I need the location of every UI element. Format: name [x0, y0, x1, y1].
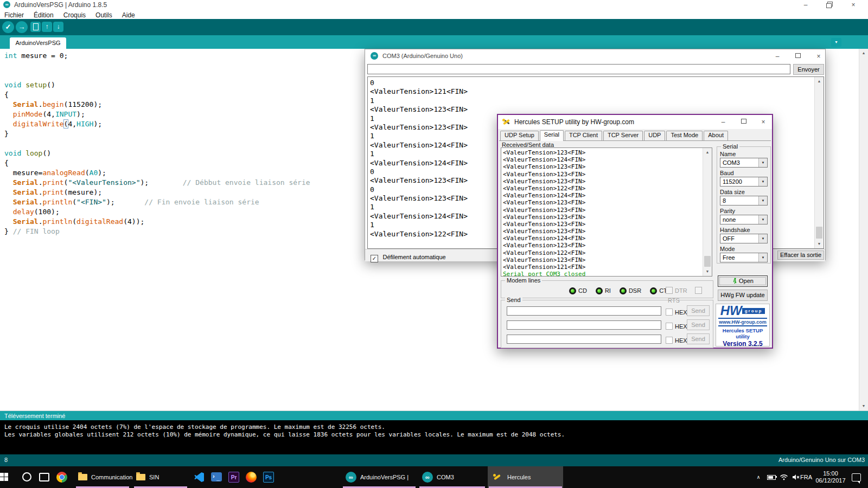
hercules-tab-udp[interactable]: UDP [644, 131, 665, 140]
hex-checkbox[interactable] [666, 309, 673, 316]
wifi-icon[interactable] [778, 466, 790, 488]
scroll-up-icon[interactable]: ▲ [859, 49, 868, 57]
received-line: <ValeurTension>124<FIN> [503, 235, 710, 242]
hc-minimize-button[interactable]: – [715, 117, 731, 127]
serial-field: HandshakeOFF▼ [720, 227, 768, 243]
mode-select[interactable]: Free▼ [720, 253, 768, 262]
name-select[interactable]: COM3▼ [720, 158, 768, 168]
console-line: Le croquis utilise 2404 octets (7%) de l… [4, 423, 385, 431]
baud-select[interactable]: 115200▼ [720, 177, 768, 187]
menu-fichier[interactable]: Fichier [0, 11, 29, 19]
chrome-button[interactable] [53, 466, 71, 488]
action-center-icon [852, 473, 861, 481]
sketch-tab[interactable]: ArduinoVersPSG [10, 37, 66, 49]
send-button[interactable]: Send [687, 319, 710, 330]
chevron-down-icon[interactable]: ▼ [758, 215, 767, 224]
premiere-button[interactable]: Pr [225, 466, 242, 488]
tab-list-dropdown-button[interactable]: ▼ [831, 38, 841, 47]
task-view-button[interactable] [35, 466, 53, 488]
open-button[interactable]: Open [718, 275, 768, 287]
taskbar-window-arduino-sketch[interactable]: ∞ ArduinoVersPSG | A... [342, 466, 417, 488]
send-input[interactable] [507, 335, 661, 344]
field-value: OFF [723, 235, 735, 242]
ide-titlebar: ∞ ArduinoVersPSG | Arduino 1.8.5 – × [0, 0, 868, 10]
send-button[interactable]: Send [687, 333, 710, 344]
chevron-down-icon[interactable]: ▼ [758, 196, 767, 205]
clock[interactable]: 15:00 06/12/2017 [814, 466, 847, 488]
new-sketch-button[interactable] [30, 22, 41, 32]
editor-scrollbar[interactable]: ▲ ▼ [859, 49, 868, 410]
folder-window-sin[interactable]: SIN [133, 466, 188, 488]
send-button[interactable]: Send [687, 305, 710, 316]
save-sketch-button[interactable]: ↓ [53, 22, 63, 32]
received-scrollbar[interactable]: ▲ ▼ [703, 148, 712, 276]
menu-outils[interactable]: Outils [91, 11, 117, 19]
tray-chevron-icon[interactable]: ∧ [752, 466, 765, 488]
photoshop-button[interactable]: Ps [260, 466, 277, 488]
hc-close-button[interactable]: × [755, 117, 771, 127]
serial-output-line: <ValeurTension>123<FIN> [370, 105, 821, 114]
sm-minimize-button[interactable]: – [769, 52, 786, 61]
start-button[interactable] [0, 466, 18, 488]
scroll-up-icon[interactable]: ▲ [815, 77, 824, 86]
hercules-tab-tcp-server[interactable]: TCP Server [603, 131, 643, 140]
led-icon [596, 287, 603, 294]
ide-restore-button[interactable] [822, 0, 838, 10]
upload-button[interactable]: → [16, 21, 28, 33]
serial-output-scrollbar[interactable]: ▲ ▼ [814, 77, 824, 248]
powershell-button[interactable]: ›_ [208, 466, 225, 488]
sm-maximize-button[interactable] [790, 52, 806, 61]
envoyer-button[interactable]: Envoyer [793, 64, 824, 75]
sm-close-button[interactable]: × [810, 52, 827, 61]
handshake-select[interactable]: OFF▼ [720, 234, 768, 243]
hercules-tab-serial[interactable]: Serial [540, 130, 564, 141]
hercules-tab-udp-setup[interactable]: UDP Setup [500, 131, 539, 140]
action-center-button[interactable] [848, 466, 864, 488]
cortana-button[interactable] [18, 466, 35, 488]
hc-maximize-button[interactable] [736, 117, 752, 127]
hercules-tab-about[interactable]: About [704, 131, 728, 140]
open-sketch-button[interactable]: ↑ [42, 22, 52, 32]
clear-output-button[interactable]: Effacer la sortie [777, 251, 824, 260]
taskbar-window-serial-monitor[interactable]: ∞ COM3 (Arduino/Ge... [418, 466, 486, 488]
hw-url[interactable]: www.HW-group.com [718, 318, 767, 326]
received-status-line: Serial port COM3 closed [503, 271, 710, 277]
hercules-tab-test-mode[interactable]: Test Mode [666, 131, 703, 140]
ide-close-button[interactable]: × [845, 0, 861, 10]
firefox-button[interactable] [242, 466, 260, 488]
chevron-down-icon[interactable]: ▼ [758, 234, 767, 243]
chevron-down-icon[interactable]: ▼ [758, 177, 767, 186]
hwg-fw-update-button[interactable]: HWg FW update [718, 290, 768, 301]
chevron-down-icon[interactable]: ▼ [758, 158, 767, 167]
scroll-down-icon[interactable]: ▼ [815, 240, 824, 248]
received-data-box[interactable]: <ValeurTension>123<FIN><ValeurTension>12… [501, 147, 712, 277]
scroll-down-icon[interactable]: ▼ [859, 402, 868, 410]
folder-window-communication[interactable]: Communication [75, 466, 130, 488]
received-line: <ValeurTension>123<FIN> [503, 163, 710, 170]
send-input[interactable] [507, 306, 661, 316]
hex-checkbox[interactable] [666, 337, 673, 344]
tray-time: 15:00 [814, 470, 847, 477]
vscode-button[interactable] [190, 466, 208, 488]
scroll-up-icon[interactable]: ▲ [703, 148, 712, 157]
ide-minimize-button[interactable]: – [797, 0, 814, 10]
autoscroll-checkbox[interactable]: ✓ [371, 255, 378, 262]
menu-edition[interactable]: Édition [29, 11, 59, 19]
chevron-down-icon[interactable]: ▼ [758, 253, 767, 262]
menu-croquis[interactable]: Croquis [59, 11, 91, 19]
parity-select[interactable]: none▼ [720, 215, 768, 224]
data-size-select[interactable]: 8▼ [720, 196, 768, 206]
hercules-tab-tcp-client[interactable]: TCP Client [565, 131, 602, 140]
taskbar-window-hercules[interactable]: Hercules [488, 466, 563, 488]
verify-button[interactable]: ✓ [2, 21, 14, 33]
led-icon [620, 287, 627, 294]
menu-aide[interactable]: Aide [117, 11, 140, 19]
scrollbar-thumb[interactable] [704, 256, 711, 267]
scroll-down-icon[interactable]: ▼ [703, 267, 712, 276]
send-input[interactable] [507, 320, 661, 330]
serial-send-input[interactable] [367, 64, 790, 74]
language-indicator[interactable]: FRA [799, 466, 814, 488]
scrollbar-thumb[interactable] [816, 227, 822, 239]
battery-icon[interactable] [765, 466, 778, 488]
hex-checkbox[interactable] [666, 323, 673, 330]
